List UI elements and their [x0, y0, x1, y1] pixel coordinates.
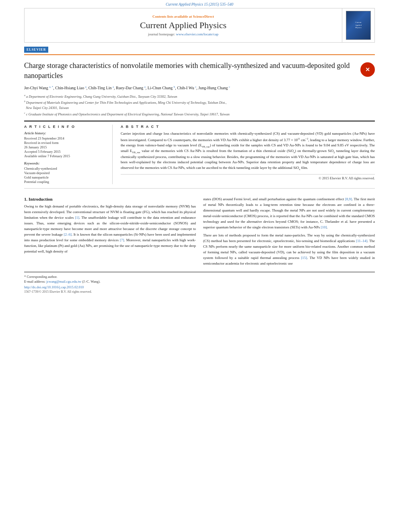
introduction-heading: 1. Introduction: [24, 197, 196, 201]
issn-line: 1567-1739/© 2015 Elsevier B.V. All right…: [24, 290, 375, 294]
right-body-column: states (DOS) around Fermi level, and sma…: [203, 197, 375, 269]
keyword-1: Vacuum-deposited: [24, 171, 107, 175]
paper-title: Charge storage characteristics of nonvol…: [24, 61, 375, 81]
elsevier-logo: ELSEVIER: [24, 47, 48, 53]
email-link[interactable]: jcwang@mail.cgu.edu.tw: [46, 279, 81, 283]
ref-7[interactable]: [7]: [120, 238, 124, 242]
ref-11-14[interactable]: [11–14]: [356, 239, 367, 243]
history-item-2: 26 January 2015: [24, 145, 107, 149]
authors-line: Jer-Chyi Wang a, *, Chin-Hsiang Liao a, …: [24, 85, 375, 91]
affiliation-c: c c Graduate Institute of Photonics and …: [24, 111, 375, 117]
history-item-1: Received in revised form: [24, 141, 107, 145]
keyword-2: Gold nanoparticle: [24, 175, 107, 179]
ref-15[interactable]: [15]: [301, 256, 307, 260]
journal-homepage: journal homepage: www.elsevier.com/locat…: [148, 32, 218, 36]
journal-cover-box: CurrentAppliedPhysics: [342, 8, 374, 42]
sciencedirect-label: Contents lists available at ScienceDirec…: [152, 14, 214, 18]
section-divider: [24, 188, 375, 189]
ref-2-6[interactable]: [2–6]: [64, 232, 72, 236]
article-info-column: A R T I C L E I N F O Article history: R…: [24, 125, 113, 184]
homepage-url[interactable]: www.elsevier.com/locate/cap: [176, 32, 218, 36]
paper-content: ✕ Charge storage characteristics of nonv…: [24, 55, 375, 184]
body-columns: 1. Introduction Owing to the high demand…: [24, 193, 375, 269]
ref-1[interactable]: [1]: [75, 216, 79, 220]
affiliations-block: a a Department of Electronic Engineering…: [24, 94, 375, 117]
abstract-heading: A B S T R A C T: [121, 125, 375, 129]
keyword-3: Potential coupling: [24, 180, 107, 184]
keywords-section: Keywords: Chemically-synthesized Vacuum-…: [24, 161, 107, 184]
intro-paragraph-0: Owing to the high demand of portable ele…: [24, 204, 196, 254]
intro-paragraph-2: There are lots of methods proposed to fo…: [203, 233, 375, 267]
corresponding-author: * Corresponding author.: [24, 275, 375, 279]
article-info-heading: A R T I C L E I N F O: [24, 125, 107, 129]
journal-header-main: Contents lists available at ScienceDirec…: [25, 8, 342, 42]
footnote-section: * Corresponding author. E-mail address: …: [24, 272, 375, 294]
paper-title-block: ✕ Charge storage characteristics of nonv…: [24, 61, 375, 81]
email-line: E-mail address: jcwang@mail.cgu.edu.tw (…: [24, 279, 375, 283]
ref-10[interactable]: [10]: [321, 225, 327, 229]
history-item-3: Accepted 5 February 2015: [24, 150, 107, 154]
abstract-text: Carrier injection and charge loss charac…: [121, 131, 375, 171]
copyright-line: © 2015 Elsevier B.V. All rights reserved…: [121, 174, 375, 180]
journal-line: Current Applied Physics 15 (2015) 535–54…: [0, 0, 399, 8]
crossmark-badge: ✕: [360, 62, 375, 77]
article-info-abstract: A R T I C L E I N F O Article history: R…: [24, 121, 375, 184]
keywords-title: Keywords:: [24, 161, 107, 165]
article-history-title: Article history:: [24, 131, 107, 135]
affiliation-b: b Department of Materials Engineering an…: [24, 100, 375, 110]
history-item-0: Received 23 September 2014: [24, 136, 107, 140]
keyword-0: Chemically-synthesized: [24, 166, 107, 170]
journal-cover-image: CurrentAppliedPhysics: [346, 11, 371, 40]
intro-paragraph-1: states (DOS) around Fermi level, and sma…: [203, 197, 375, 230]
left-body-column: 1. Introduction Owing to the high demand…: [24, 197, 196, 269]
journal-header: Contents lists available at ScienceDirec…: [24, 8, 375, 43]
doi-line[interactable]: http://dx.doi.org/10.1016/j.cap.2015.02.…: [24, 285, 375, 289]
journal-title: Current Applied Physics: [140, 20, 226, 31]
history-item-4: Available online 7 February 2015: [24, 154, 107, 158]
ref-8-9[interactable]: [8,9]: [345, 197, 352, 201]
elsevier-section: ELSEVIER: [24, 45, 375, 55]
abstract-column: A B S T R A C T Carrier injection and ch…: [121, 125, 375, 184]
sciencedirect-link[interactable]: ScienceDirect: [193, 14, 214, 18]
elsevier-logo-box: ELSEVIER: [24, 47, 48, 53]
affiliation-a: a a Department of Electronic Engineering…: [24, 94, 375, 99]
